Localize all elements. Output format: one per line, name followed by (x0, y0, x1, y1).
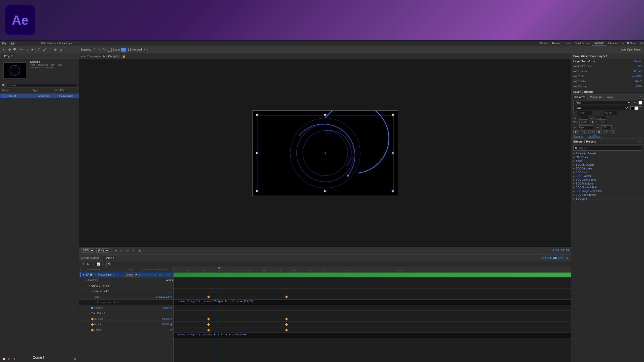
scale-h-input[interactable] (579, 121, 589, 124)
project-options-icon[interactable]: ⋯ (73, 89, 77, 93)
size-value[interactable]: 179.6,117.8 (156, 295, 169, 298)
layer-lock-icon[interactable]: 🔒 (90, 273, 93, 276)
tab-character[interactable]: Character (571, 95, 588, 100)
start-keyframe-icon[interactable]: ⏱ (169, 317, 173, 321)
layer-start-row[interactable]: bL Start 92.5% ⏱ (79, 316, 173, 322)
tl-audio-icon[interactable]: ♪ (91, 262, 95, 266)
end-kf-1[interactable] (207, 323, 210, 326)
offset-kf-2[interactable] (285, 329, 288, 331)
workspace-review[interactable]: Review (550, 41, 562, 45)
select-tool[interactable]: ↖ (2, 47, 7, 52)
shape-tool[interactable]: □ (24, 47, 29, 52)
start-value[interactable]: 92.5% (162, 318, 169, 320)
auto-open-label[interactable]: Auto-Open Panel (621, 48, 640, 51)
workspace-default[interactable]: Default (538, 41, 550, 45)
workspace-standard[interactable]: Standard (592, 41, 606, 46)
start-kf-2[interactable] (285, 318, 288, 320)
faux-bold-btn[interactable]: TT (573, 130, 579, 134)
tl-graph-icon[interactable]: 📈 (96, 262, 100, 266)
superscript-btn[interactable]: T² (603, 130, 608, 134)
layer-expand-icon[interactable]: ▼ (94, 274, 98, 276)
kerning-input[interactable] (578, 116, 588, 120)
effects-bcc-key-blend[interactable]: ▶ BCC Key & Blend (571, 193, 644, 197)
tl-mask-icon[interactable]: ⬡ (101, 262, 105, 266)
hindi-digits-label[interactable]: Hindi Digits (588, 135, 600, 138)
fill-swatch[interactable] (107, 48, 112, 52)
opacity-value[interactable]: 100% (635, 85, 642, 88)
timeline-settings-icon[interactable]: ⚙ (565, 256, 569, 260)
composition-canvas[interactable] (252, 110, 398, 196)
zoom-select[interactable]: 100% 50% 200% (81, 248, 94, 253)
layer-contents-row[interactable]: ▼ Contents Add ⊕ (79, 278, 173, 283)
size-keyframe-1[interactable] (207, 295, 210, 298)
effects-bcc-film-style[interactable]: ▶ BCC Film Style (571, 182, 644, 186)
workspace-small-screen[interactable]: Small Screen (573, 41, 592, 45)
layer1-bar[interactable] (174, 273, 571, 277)
pos-value[interactable]: 00.00 (163, 306, 169, 309)
puppet-tool[interactable]: ⊗ (58, 47, 63, 52)
workspace-learn[interactable]: Learn (562, 41, 573, 45)
move-tool[interactable]: ✥ (7, 47, 12, 52)
project-search-input[interactable] (7, 83, 77, 87)
playhead[interactable] (219, 267, 219, 362)
viewer-snapshot-icon[interactable]: 📷 (132, 249, 136, 253)
effects-bcc-lens[interactable]: ▶ BCC Lens (571, 197, 644, 201)
layer-size-row[interactable]: Size 179.6,117.8 ⏱ (79, 294, 173, 300)
search-help-label[interactable]: Search Help (630, 42, 644, 45)
rotation-value[interactable]: 0x+0° (635, 80, 642, 83)
position-value[interactable]: 960 540 (633, 70, 642, 73)
snapping-label[interactable]: Snapping (80, 48, 91, 51)
subscript-btn[interactable]: T₂ (610, 130, 615, 134)
no-fill-swatch[interactable]: ✕ (638, 106, 642, 110)
menu-edit[interactable]: Edit (11, 42, 15, 45)
layer-audio-icon[interactable]: 🔊 (86, 273, 89, 276)
layer-eye-icon[interactable]: 👁 (82, 273, 85, 276)
viewer-grid-icon[interactable]: ⊞ (113, 249, 117, 253)
scale-v-input[interactable] (597, 121, 607, 124)
tl-comp-icon[interactable]: ⊞ (81, 262, 85, 266)
pos-keyframe-icon[interactable]: ⏱ (169, 306, 173, 310)
effects-audio[interactable]: ▶ Audio (571, 159, 644, 163)
tab-align[interactable]: Align (605, 95, 616, 100)
eraser-tool[interactable]: ◻ (47, 47, 52, 52)
font-size-input[interactable] (577, 111, 592, 115)
import-icon[interactable]: ⬆ (12, 357, 16, 361)
font-color-swatch[interactable] (638, 101, 642, 105)
effects-bcc-grade-tints[interactable]: ▶ BCC Grade & Tints (571, 186, 644, 189)
time-display[interactable]: 0:00:00:25 (542, 256, 564, 260)
reset-btn[interactable]: Reset (633, 60, 642, 63)
layer-ellipse-row[interactable]: ▼ Ellipse Path 1 (79, 289, 173, 294)
workspace-libraries[interactable]: Libraries (606, 41, 620, 45)
tsumi-input[interactable] (601, 125, 612, 129)
search-icon[interactable]: 🔍 (626, 41, 630, 46)
end-value[interactable]: 80.8% (162, 323, 169, 326)
ellipse-expand[interactable]: ▼ (91, 290, 94, 293)
effects-animation-presets[interactable]: ▶ Animation Presets (571, 152, 644, 155)
effects-bcc-image-restoration[interactable]: ▶ BCC Image Restoration (571, 189, 644, 193)
size-keyframe-2[interactable] (285, 295, 288, 298)
offset-keyframe-icon[interactable]: ⏱ (169, 328, 173, 332)
tracking-input[interactable] (596, 116, 606, 120)
features-label[interactable]: Features (573, 135, 583, 138)
layer-offset-row[interactable]: Offset ⏱ (79, 327, 173, 333)
project-item-comp1[interactable]: Comp 1 Sandstone Composition (0, 94, 79, 98)
new-comp-icon[interactable]: ⊞ (7, 357, 11, 361)
effect-controls-tab[interactable]: Effect Controls Shape Layer 1 (41, 42, 75, 45)
stroke-width-value[interactable]: 1.33 px (128, 48, 136, 51)
nav-back-icon[interactable]: ◀ (81, 55, 83, 58)
font-edit-icon[interactable]: ✏ (633, 101, 637, 105)
effects-bcc-art-looks[interactable]: ▶ BCC Art Looks (571, 167, 644, 170)
add-icon[interactable]: ▾ (143, 48, 147, 52)
project-tab[interactable]: Project (2, 54, 15, 58)
layer-row-shape1[interactable]: 👁 🔊 🔒 ▼ Shape Layer 1 Normal Add Multipl… (79, 272, 173, 278)
tl-search-icon[interactable]: 🔍 (108, 262, 112, 266)
layer-position-row[interactable]: Position 00.00 ⏱ (79, 305, 173, 311)
baseline-input[interactable] (578, 125, 593, 129)
comp-name-breadcrumb[interactable]: Comp 1 (106, 55, 120, 58)
clone-tool[interactable]: ⊕ (53, 47, 58, 52)
effects-3d-channel[interactable]: ▶ 3D Channel (571, 155, 644, 159)
group1-expand[interactable]: ▼ (88, 285, 91, 287)
contents-expand[interactable]: ▼ (85, 279, 88, 282)
add-tl-icon[interactable]: ⊕ (158, 273, 162, 277)
layer-end-row[interactable]: bL End 80.8% ⏱ (79, 322, 173, 327)
